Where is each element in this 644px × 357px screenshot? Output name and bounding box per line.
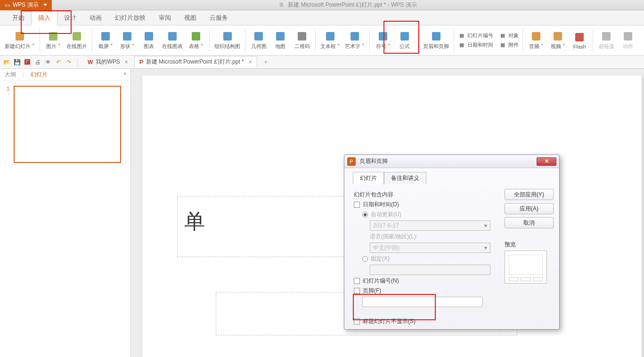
ribbon-small-0[interactable]: ▦幻灯片编号 (457, 32, 494, 40)
radio-auto-update[interactable] (362, 212, 368, 218)
ribbon-二维码[interactable]: 二维码 (292, 27, 312, 54)
ribbon-label: 超链接 (599, 43, 614, 50)
ribbon-表格[interactable]: 表格 ˅ (186, 27, 206, 54)
document-icon: 🗎 (279, 1, 285, 8)
annotation-highlight-insert-tab (21, 10, 72, 34)
apply-button[interactable]: 应用(A) (505, 203, 554, 214)
ribbon-地图[interactable]: 地图 (270, 27, 291, 54)
svg-rect-20 (602, 32, 611, 41)
checkbox-datetime[interactable] (354, 202, 360, 208)
separator (77, 58, 78, 66)
svg-rect-10 (276, 32, 285, 41)
tab-slides[interactable]: 幻灯片 (31, 71, 48, 79)
ribbon-label: 组织结构图 (214, 43, 240, 50)
dialog-title: 页眉和页脚 (359, 157, 388, 165)
tab-outline[interactable]: 大纲 (5, 71, 16, 79)
menu-tab-6[interactable]: 视图 (178, 11, 203, 25)
ribbon-label: 页眉和页脚 (423, 43, 449, 50)
ribbon-label: 音频 ˅ (529, 43, 544, 50)
ribbon-label: 形状 ˅ (120, 43, 135, 50)
dialog-titlebar[interactable]: P 页眉和页脚 ✕ (344, 155, 559, 168)
apply-all-button[interactable]: 全部应用(Y) (505, 189, 554, 200)
app-header: ▭ WPS 演示 🗎 新建 Microsoft PowerPoint 幻灯片.p… (0, 0, 644, 10)
checkbox-slide-number[interactable] (354, 278, 360, 284)
radio-fixed[interactable] (362, 256, 368, 262)
wps-logo-icon: P (347, 157, 356, 166)
label-datetime: 日期和时间(D) (363, 201, 399, 209)
ribbon-icon (325, 31, 336, 42)
label-language: 语言(国家/地区)(L): (370, 233, 500, 241)
redo-icon[interactable]: ↷ (65, 58, 73, 66)
ribbon-label: 截屏 ˅ (98, 43, 113, 50)
app-brand-label: WPS 演示 (13, 1, 39, 9)
slide-thumbnail-1[interactable] (14, 86, 121, 163)
svg-rect-2 (73, 32, 81, 41)
ribbon-音频[interactable]: 音频 ˅ (526, 27, 546, 54)
close-icon[interactable]: × (125, 59, 128, 65)
input-fixed-text[interactable] (370, 265, 490, 275)
ribbon-组织结构图[interactable]: 组织结构图 (212, 27, 242, 54)
print-icon[interactable]: 🖨 (34, 58, 41, 66)
ribbon-icon (431, 31, 442, 42)
doc-tab-0[interactable]: W我的WPS× (82, 56, 133, 68)
label-fixed: 固定(X) (371, 255, 390, 263)
small-icon: ▦ (458, 32, 465, 40)
close-icon[interactable]: × (123, 71, 127, 77)
svg-rect-11 (298, 32, 306, 41)
ribbon-icon (100, 31, 111, 42)
dialog-tab-slide[interactable]: 幻灯片 (353, 172, 384, 184)
preview-thumbnail (505, 251, 547, 284)
checkbox-footer[interactable] (354, 288, 360, 294)
new-tab-button[interactable]: ＋ (260, 58, 271, 66)
ribbon-small-1[interactable]: ▦日期和时间 (457, 41, 494, 49)
doc-tab-icon: P (139, 59, 143, 65)
svg-rect-3 (101, 32, 110, 41)
svg-rect-12 (326, 32, 334, 41)
save-icon[interactable]: 💾 (13, 58, 21, 66)
ribbon-Flash[interactable]: Flash (569, 27, 590, 54)
cancel-button[interactable]: 取消 (505, 217, 554, 228)
menu-tab-3[interactable]: 动画 (83, 11, 108, 25)
app-brand-menu[interactable]: ▭ WPS 演示 (0, 0, 52, 10)
ribbon-icon (253, 31, 264, 42)
ribbon-文本框[interactable]: 文本框 ˅ (318, 27, 342, 54)
undo-icon[interactable]: ↶ (55, 58, 62, 66)
close-icon[interactable]: × (249, 59, 252, 65)
ribbon-icon (296, 31, 308, 42)
doc-tab-label: 新建 Microsoft PowerPoint 幻灯片.ppt * (146, 58, 244, 66)
select-date-format[interactable]: 2017-6-17 (370, 220, 490, 231)
ribbon-icon (122, 31, 133, 42)
dialog-tabs: 幻灯片 备注和讲义 (353, 172, 554, 184)
ribbon-label: 视频 ˅ (551, 43, 565, 50)
svg-rect-9 (254, 32, 263, 41)
ribbon-small-3[interactable]: ▦附件 (498, 41, 520, 49)
ribbon-几何图[interactable]: 几何图 (248, 27, 269, 54)
print-preview-icon[interactable]: 👁 (44, 58, 52, 66)
open-icon[interactable]: 📂 (3, 58, 10, 66)
ribbon-超链接: 超链接 (596, 27, 617, 54)
ribbon-形状[interactable]: 形状 ˅ (117, 27, 138, 54)
doc-tab-1[interactable]: P新建 Microsoft PowerPoint 幻灯片.ppt *× (134, 56, 257, 68)
svg-rect-13 (351, 32, 359, 41)
ribbon-视频[interactable]: 视频 ˅ (547, 27, 568, 54)
ribbon-label: 地图 (275, 43, 285, 50)
ribbon-small-2[interactable]: ▦对象 (498, 32, 520, 40)
dialog-tab-notes[interactable]: 备注和讲义 (384, 172, 426, 184)
export-pdf-icon[interactable]: 🅿 (24, 58, 31, 66)
thumb-number: 1 (7, 86, 9, 91)
dialog-close-button[interactable]: ✕ (537, 157, 556, 166)
ribbon-图表[interactable]: 图表 (139, 27, 159, 54)
menu-tab-5[interactable]: 审阅 (152, 11, 178, 25)
menu-tab-4[interactable]: 幻灯片放映 (108, 11, 152, 25)
ribbon-在线图表[interactable]: 在线图表 (160, 27, 185, 54)
svg-rect-4 (123, 32, 131, 41)
ribbon-label: 文本框 ˅ (320, 43, 340, 50)
label-auto-update: 自动更新(U) (371, 211, 401, 219)
select-language[interactable]: 中文(中国) (370, 243, 490, 253)
menu-tab-7[interactable]: 云服务 (203, 11, 235, 25)
ribbon-页眉和页脚[interactable]: 页眉和页脚 (421, 27, 451, 54)
ribbon-icon (349, 31, 360, 42)
svg-rect-21 (624, 32, 632, 41)
ribbon-艺术字[interactable]: 艺术字 ˅ (343, 27, 367, 54)
ribbon-截屏[interactable]: 截屏 ˅ (95, 27, 116, 54)
